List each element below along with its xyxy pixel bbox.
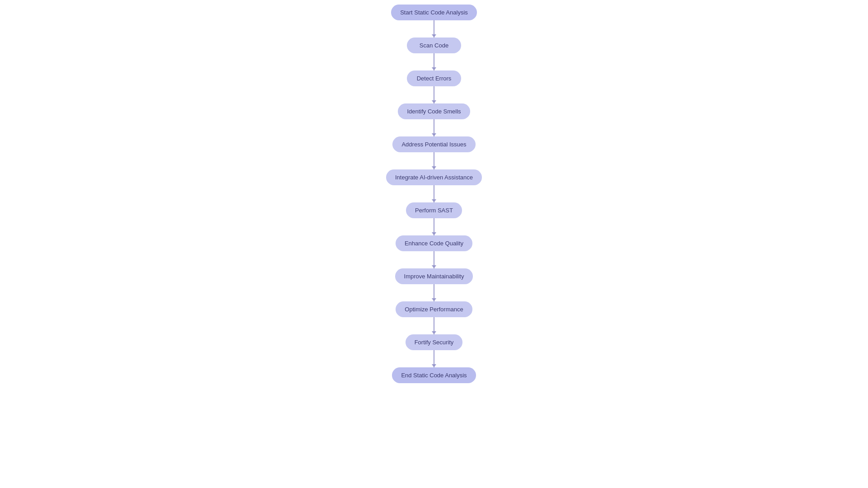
flow-node-optimize-performance: Optimize Performance	[396, 301, 472, 317]
connector-2	[434, 86, 434, 103]
connector-1	[434, 53, 434, 70]
connector-3	[434, 119, 434, 136]
connector-7	[434, 251, 434, 268]
flow-node-perform-sast: Perform SAST	[406, 202, 462, 218]
flow-node-integrate-ai: Integrate AI-driven Assistance	[386, 169, 482, 185]
connector-4	[434, 152, 434, 169]
flow-node-enhance-quality: Enhance Code Quality	[396, 235, 472, 251]
connector-8	[434, 284, 434, 301]
connector-6	[434, 218, 434, 235]
flow-node-end: End Static Code Analysis	[392, 367, 476, 383]
connector-10	[434, 350, 434, 367]
flow-node-scan-code: Scan Code	[407, 38, 461, 53]
flow-node-identify-smells: Identify Code Smells	[398, 103, 470, 119]
connector-5	[434, 185, 434, 202]
flow-node-start: Start Static Code Analysis	[391, 5, 477, 20]
connector-0	[434, 20, 434, 38]
flowchart: Start Static Code AnalysisScan CodeDetec…	[0, 0, 868, 383]
flow-node-address-issues: Address Potential Issues	[392, 136, 475, 152]
flow-node-improve-maintainability: Improve Maintainability	[395, 268, 473, 284]
connector-9	[434, 317, 434, 334]
flow-node-fortify-security: Fortify Security	[406, 334, 463, 350]
flow-node-detect-errors: Detect Errors	[407, 70, 461, 86]
